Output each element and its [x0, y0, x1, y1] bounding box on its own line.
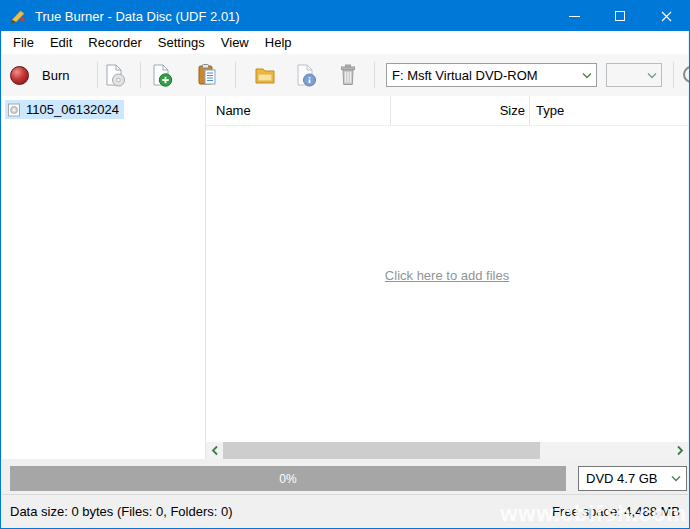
minimize-button[interactable] — [551, 1, 597, 31]
burn-speed-dropdown[interactable] — [606, 63, 662, 87]
disc-document-icon — [7, 103, 21, 117]
menu-bar: File Edit Recorder Settings View Help — [2, 31, 688, 54]
menu-settings[interactable]: Settings — [150, 31, 213, 54]
burn-button[interactable]: Burn — [10, 61, 69, 89]
recorder-device-dropdown[interactable]: F: Msft Virtual DVD-ROM — [386, 63, 597, 87]
status-bar: Data size: 0 bytes (Files: 0, Folders: 0… — [2, 494, 688, 527]
app-logo-icon — [10, 8, 27, 25]
progress-percent: 0% — [279, 472, 296, 486]
toolbar-separator — [235, 62, 236, 88]
paste-button[interactable] — [195, 63, 219, 87]
app-window: True Burner - Data Disc (UDF 2.01) File … — [0, 0, 690, 529]
burn-progress-bar: 0% — [10, 466, 566, 491]
close-icon — [661, 11, 672, 22]
chevron-down-icon — [578, 72, 596, 79]
tree-item-label: 1105_06132024 — [26, 102, 119, 117]
add-files-button[interactable] — [149, 63, 173, 87]
toolbar-separator — [673, 62, 674, 88]
tree-item-selection: 1105_06132024 — [5, 100, 124, 119]
window-controls — [551, 1, 689, 31]
toolbar-separator — [374, 62, 375, 88]
scroll-right-button[interactable] — [671, 442, 688, 459]
tree-item-root[interactable]: 1105_06132024 — [2, 100, 205, 119]
media-size-value: DVD 4.7 GB — [579, 471, 666, 486]
add-files-link[interactable]: Click here to add files — [206, 268, 688, 283]
window-title: True Burner - Data Disc (UDF 2.01) — [35, 9, 240, 24]
close-button[interactable] — [643, 1, 689, 31]
compilation-tree-panel: 1105_06132024 — [2, 96, 206, 459]
toolbar-separator — [97, 62, 98, 88]
scrollbar-thumb[interactable] — [223, 442, 540, 459]
column-divider[interactable] — [529, 96, 530, 126]
chevron-left-icon — [211, 445, 219, 456]
file-info-button[interactable] — [293, 63, 317, 87]
menu-help[interactable]: Help — [257, 31, 300, 54]
maximize-button[interactable] — [597, 1, 643, 31]
progress-row: 0% DVD 4.7 GB — [2, 459, 688, 494]
media-size-dropdown[interactable]: DVD 4.7 GB — [578, 466, 687, 491]
chevron-down-icon — [643, 72, 661, 79]
menu-file[interactable]: File — [5, 31, 42, 54]
burn-button-label: Burn — [42, 68, 69, 83]
file-list-header: Name Size Type — [206, 96, 688, 126]
save-disc-image-button[interactable] — [102, 63, 126, 87]
erase-disc-button[interactable] — [683, 66, 690, 83]
column-header-name[interactable]: Name — [216, 96, 251, 125]
burn-disc-icon — [10, 66, 29, 85]
title-bar: True Burner - Data Disc (UDF 2.01) — [1, 1, 689, 31]
chevron-right-icon — [676, 445, 684, 456]
chevron-down-icon — [666, 475, 686, 482]
menu-view[interactable]: View — [213, 31, 257, 54]
maximize-icon — [615, 11, 625, 21]
status-data-size: Data size: 0 bytes (Files: 0, Folders: 0… — [10, 504, 233, 519]
minimize-icon — [569, 16, 580, 17]
file-list-panel: Name Size Type Click here to add files — [206, 96, 688, 459]
toolbar: Burn — [2, 54, 688, 96]
menu-recorder[interactable]: Recorder — [80, 31, 149, 54]
status-free-space: Free space: 4,488 MB — [552, 504, 680, 519]
menu-edit[interactable]: Edit — [42, 31, 80, 54]
new-folder-button[interactable] — [253, 63, 277, 87]
column-header-type[interactable]: Type — [536, 96, 564, 125]
horizontal-scrollbar[interactable] — [206, 442, 688, 459]
delete-button[interactable] — [336, 63, 360, 87]
scroll-left-button[interactable] — [206, 442, 223, 459]
toolbar-separator — [140, 62, 141, 88]
column-header-size[interactable]: Size — [391, 96, 525, 125]
recorder-device-value: F: Msft Virtual DVD-ROM — [387, 68, 578, 83]
